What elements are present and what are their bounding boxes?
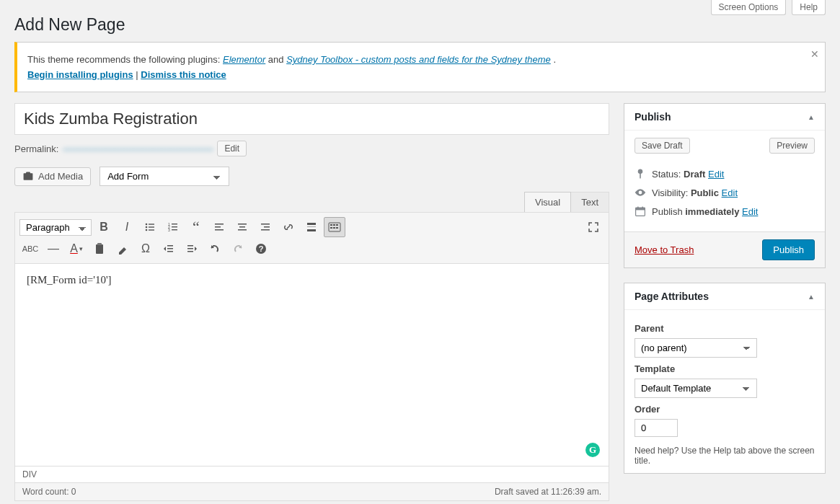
dismiss-notice-link[interactable]: Dismiss this notice — [141, 69, 226, 80]
outdent-icon[interactable] — [158, 239, 180, 259]
move-to-trash-link[interactable]: Move to Trash — [635, 244, 694, 255]
blockquote-icon[interactable]: “ — [185, 217, 207, 237]
align-right-icon[interactable] — [255, 217, 276, 237]
edit-status-link[interactable]: Edit — [708, 169, 724, 180]
svg-rect-19 — [264, 226, 270, 228]
save-status: Draft saved at 11:26:39 am. — [495, 487, 601, 497]
align-center-icon[interactable] — [231, 217, 253, 237]
svg-rect-35 — [167, 251, 173, 252]
svg-rect-30 — [336, 227, 338, 229]
svg-rect-26 — [333, 224, 335, 226]
svg-rect-23 — [307, 229, 316, 231]
svg-point-4 — [146, 229, 148, 231]
parent-label: Parent — [635, 323, 815, 334]
content-editor[interactable]: [RM_Form id='10'] G — [15, 264, 609, 466]
svg-rect-1 — [149, 224, 154, 224]
close-icon[interactable]: ✕ — [810, 48, 819, 60]
page-title-input[interactable] — [14, 103, 609, 135]
svg-rect-36 — [187, 245, 193, 247]
add-form-select[interactable]: Add Form — [100, 167, 229, 186]
toolbar-toggle-icon[interactable] — [324, 217, 345, 237]
svg-point-2 — [146, 226, 148, 229]
attributes-header[interactable]: Page Attributes ▲ — [624, 283, 825, 310]
help-icon[interactable]: ? — [250, 239, 272, 259]
order-input[interactable] — [635, 419, 678, 437]
page-title: Add New Page — [14, 15, 826, 35]
svg-rect-9 — [172, 226, 177, 227]
svg-rect-29 — [333, 227, 335, 229]
install-plugins-link[interactable]: Begin installing plugins — [27, 69, 133, 80]
svg-rect-32 — [97, 243, 102, 245]
undo-icon[interactable] — [204, 239, 226, 259]
clear-format-icon[interactable] — [112, 239, 133, 259]
svg-rect-38 — [187, 251, 193, 252]
text-color-icon[interactable]: A▾ — [66, 239, 87, 259]
svg-text:3: 3 — [168, 228, 170, 232]
order-label: Order — [635, 404, 815, 415]
camera-icon — [22, 171, 34, 182]
svg-rect-44 — [642, 207, 643, 209]
number-list-icon[interactable]: 123 — [162, 217, 184, 237]
publish-header[interactable]: Publish ▲ — [624, 104, 825, 131]
svg-rect-27 — [336, 224, 338, 226]
publish-box: Publish ▲ Save Draft Preview Status: Dra… — [624, 103, 826, 268]
help-button[interactable]: Help — [792, 0, 826, 15]
svg-rect-31 — [96, 244, 103, 254]
paste-text-icon[interactable] — [89, 239, 110, 259]
publish-button[interactable]: Publish — [762, 239, 815, 260]
add-media-button[interactable]: Add Media — [14, 167, 91, 186]
fullscreen-icon[interactable] — [583, 217, 604, 237]
bold-icon[interactable]: B — [93, 217, 115, 237]
indent-icon[interactable] — [181, 239, 203, 259]
save-draft-button[interactable]: Save Draft — [635, 138, 690, 154]
svg-rect-25 — [330, 224, 332, 226]
svg-rect-14 — [215, 229, 224, 231]
svg-rect-20 — [261, 229, 270, 231]
template-select[interactable]: Default Template — [635, 379, 757, 398]
grammarly-icon[interactable]: G — [585, 443, 600, 457]
strikethrough-icon[interactable]: ABC — [19, 239, 41, 259]
svg-rect-7 — [172, 224, 177, 224]
elementor-link[interactable]: Elementor — [223, 54, 265, 65]
edit-schedule-link[interactable]: Edit — [742, 206, 758, 217]
read-more-icon[interactable] — [301, 217, 322, 237]
edit-permalink-button[interactable]: Edit — [217, 141, 247, 156]
svg-rect-43 — [637, 207, 639, 209]
attributes-help: Need help? Use the Help tab above the sc… — [635, 446, 815, 466]
tab-visual[interactable]: Visual — [524, 192, 571, 212]
svg-rect-17 — [238, 229, 247, 231]
hr-icon[interactable]: — — [43, 239, 64, 259]
screen-options-button[interactable]: Screen Options — [711, 0, 787, 15]
align-left-icon[interactable] — [208, 217, 230, 237]
svg-rect-42 — [636, 208, 645, 210]
edit-visibility-link[interactable]: Edit — [722, 187, 738, 198]
chevron-up-icon: ▲ — [808, 113, 815, 121]
calendar-icon — [635, 205, 646, 217]
svg-rect-37 — [187, 248, 193, 249]
tab-text[interactable]: Text — [571, 192, 609, 212]
editor: Paragraph B I 123 “ — [14, 212, 609, 501]
parent-select[interactable]: (no parent) — [635, 338, 757, 358]
svg-rect-15 — [238, 224, 247, 225]
bullet-list-icon[interactable] — [139, 217, 161, 237]
link-icon[interactable] — [278, 217, 299, 237]
sydney-toolbox-link[interactable]: Sydney Toolbox - custom posts and fields… — [286, 54, 551, 65]
italic-icon[interactable]: I — [116, 217, 138, 237]
svg-rect-34 — [167, 248, 173, 249]
preview-button[interactable]: Preview — [769, 138, 815, 154]
svg-rect-16 — [239, 226, 245, 228]
special-char-icon[interactable]: Ω — [135, 239, 156, 259]
page-attributes-box: Page Attributes ▲ Parent (no parent) Tem… — [624, 283, 826, 474]
svg-rect-12 — [215, 224, 224, 225]
notice-text: This theme recommends the following plug… — [27, 54, 223, 65]
pin-icon — [635, 168, 646, 180]
svg-rect-13 — [215, 226, 221, 228]
svg-point-0 — [146, 224, 148, 226]
svg-rect-28 — [330, 227, 332, 229]
format-select[interactable]: Paragraph — [19, 219, 92, 236]
template-label: Template — [635, 363, 815, 374]
svg-rect-18 — [261, 224, 270, 225]
word-count: Word count: 0 — [22, 487, 76, 497]
redo-icon[interactable] — [227, 239, 249, 259]
svg-rect-11 — [172, 229, 177, 230]
